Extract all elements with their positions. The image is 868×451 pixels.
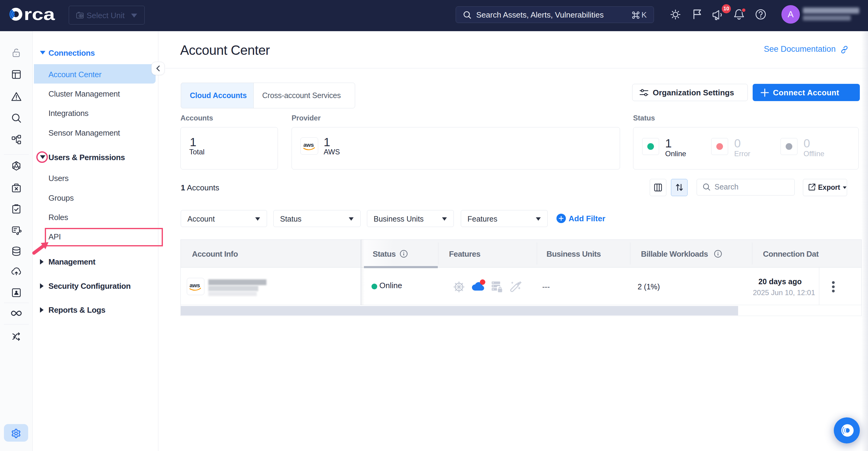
svg-text:aws: aws: [303, 142, 314, 148]
svg-text:rca: rca: [24, 6, 55, 24]
svg-text:aws: aws: [189, 282, 200, 288]
